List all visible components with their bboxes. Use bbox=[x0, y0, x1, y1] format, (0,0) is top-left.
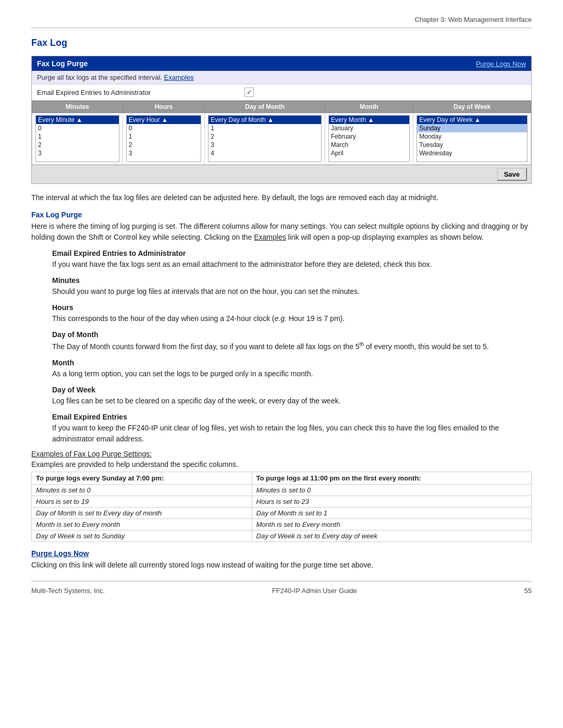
email-expired-entries2-subtitle: Email Expired Entries bbox=[52, 413, 532, 421]
purge-logs-now-link[interactable]: Purge Logs Now bbox=[476, 60, 526, 68]
email-expired-row: Email Expired Entries to Administrator ✓ bbox=[32, 84, 531, 101]
day-of-month-listbox[interactable]: Every Day of Month ▲ 1 2 3 4 bbox=[208, 115, 321, 162]
list-item[interactable]: Every Month ▲ bbox=[329, 116, 409, 124]
table-row: Hours is set to 19 bbox=[32, 496, 252, 507]
save-button[interactable]: Save bbox=[497, 168, 527, 181]
examples-link-panel[interactable]: Examples bbox=[164, 73, 194, 81]
listbox-table: Minutes Hours Day of Month Month Day of … bbox=[32, 101, 531, 165]
month-subtitle: Month bbox=[52, 359, 532, 367]
list-item[interactable]: 1 bbox=[36, 132, 119, 141]
day-of-week-subtitle: Day of Week bbox=[52, 386, 532, 394]
list-item[interactable]: April bbox=[329, 149, 409, 157]
hours-listbox[interactable]: Every Hour ▲ 0 1 2 3 bbox=[126, 115, 202, 162]
list-item[interactable]: 3 bbox=[127, 149, 201, 157]
examples-col2-header: To purge logs at 11:00 pm on the first e… bbox=[252, 472, 531, 484]
list-item[interactable]: Every Day of Week ▲ bbox=[417, 116, 527, 124]
minutes-subtitle: Minutes bbox=[52, 276, 532, 285]
day-of-month-body: The Day of Month counts forward from the… bbox=[52, 340, 532, 352]
day-of-week-listbox[interactable]: Every Day of Week ▲ Sunday Monday Tuesda… bbox=[417, 115, 528, 162]
list-item[interactable]: January bbox=[329, 124, 409, 132]
list-item[interactable]: Sunday bbox=[417, 124, 527, 132]
list-item[interactable]: February bbox=[329, 132, 409, 141]
month-listbox[interactable]: Every Month ▲ January February March Apr… bbox=[328, 115, 410, 162]
hours-eg: e.g. bbox=[274, 314, 286, 323]
table-row: Day of Month is set to Every day of mont… bbox=[32, 507, 252, 519]
purge-panel-header: Fax Log Purge Purge Logs Now bbox=[32, 56, 531, 71]
list-item[interactable]: 2 bbox=[127, 141, 201, 149]
purge-subheader: Purge all fax logs at the specified inte… bbox=[32, 71, 531, 84]
list-item[interactable]: 4 bbox=[209, 149, 321, 157]
list-item[interactable]: 0 bbox=[36, 124, 119, 132]
chapter-title: Chapter 3: Web Management Interface bbox=[415, 16, 532, 23]
col-minutes: Minutes bbox=[32, 101, 123, 113]
examples-title: Examples of Fax Log Purge Settings: bbox=[31, 450, 532, 458]
list-item[interactable]: Tuesday bbox=[417, 141, 527, 149]
minutes-body: Should you want to purge log files at in… bbox=[52, 286, 532, 297]
examples-section: Examples of Fax Log Purge Settings: Exam… bbox=[31, 450, 532, 542]
table-row: Minutes is set to 0 bbox=[32, 484, 252, 496]
col-day-of-week: Day of Week bbox=[413, 101, 531, 113]
fax-log-purge-panel: Fax Log Purge Purge Logs Now Purge all f… bbox=[31, 56, 532, 184]
table-row: Month is set to Every month bbox=[252, 519, 531, 530]
examples-table: To purge logs every Sunday at 7:00 pm: T… bbox=[31, 472, 532, 542]
email-expired-checkbox[interactable]: ✓ bbox=[244, 88, 254, 97]
footer: Multi-Tech Systems, Inc. FF240-IP Admin … bbox=[31, 581, 532, 595]
month-body: As a long term option, you can set the l… bbox=[52, 368, 532, 379]
email-expired-entries-body: If you want have the fax logs sent as an… bbox=[52, 259, 532, 270]
list-item[interactable]: 2 bbox=[209, 132, 321, 141]
hours-cell: Every Hour ▲ 0 1 2 3 bbox=[123, 113, 205, 165]
intro-text: The interval at which the fax log files … bbox=[31, 192, 532, 203]
table-row: Day of Week is set to Sunday bbox=[32, 530, 252, 541]
list-item[interactable]: Wednesday bbox=[417, 149, 527, 157]
table-row: Day of Month is set to 1 bbox=[252, 507, 531, 519]
email-expired-label: Email Expired Entries to Administrator bbox=[37, 89, 151, 96]
list-item[interactable]: Every Day of Month ▲ bbox=[209, 116, 321, 124]
table-row: Minutes is set to 0 bbox=[252, 484, 531, 496]
col-hours: Hours bbox=[123, 101, 205, 113]
purge-logs-now-title: Purge Logs Now bbox=[31, 549, 532, 558]
hours-subtitle: Hours bbox=[52, 303, 532, 312]
examples-col1-header: To purge logs every Sunday at 7:00 pm: bbox=[32, 472, 252, 484]
email-expired-entries-subtitle: Email Expired Entries to Administrator bbox=[52, 249, 532, 257]
list-item[interactable]: 1 bbox=[209, 124, 321, 132]
list-item[interactable]: 2 bbox=[36, 141, 119, 149]
footer-right: 55 bbox=[524, 587, 532, 595]
page-title: Fax Log bbox=[31, 38, 532, 48]
list-item[interactable]: Monday bbox=[417, 132, 527, 141]
fax-log-purge-body: Here is where the timing of log purging … bbox=[31, 221, 532, 243]
purge-panel-title: Fax Log Purge bbox=[37, 59, 88, 68]
list-item[interactable]: March bbox=[329, 141, 409, 149]
hours-body: This corresponds to the hour of the day … bbox=[52, 313, 532, 324]
purge-logs-now-body: Clicking on this link will delete all cu… bbox=[31, 560, 532, 571]
minutes-cell: Every Minute ▲ 0 1 2 3 bbox=[32, 113, 123, 165]
table-row: Day of Week is set to Every day of week bbox=[252, 530, 531, 541]
fax-log-purge-subtitle: Fax Log Purge bbox=[31, 211, 532, 219]
month-cell: Every Month ▲ January February March Apr… bbox=[325, 113, 413, 165]
col-month: Month bbox=[325, 101, 413, 113]
list-item[interactable]: 3 bbox=[209, 141, 321, 149]
list-item[interactable]: 0 bbox=[127, 124, 201, 132]
table-row: Month is set to Every month bbox=[32, 519, 252, 530]
footer-left: Multi-Tech Systems, Inc. bbox=[31, 587, 105, 595]
list-item[interactable]: Every Hour ▲ bbox=[127, 116, 201, 124]
day-of-month-cell: Every Day of Month ▲ 1 2 3 4 bbox=[205, 113, 325, 165]
footer-center: FF240-IP Admin User Guide bbox=[272, 587, 357, 595]
table-row: Hours is set to 23 bbox=[252, 496, 531, 507]
examples-inline-link[interactable]: Examples bbox=[254, 233, 286, 241]
email-expired-entries2-body: If you want to keep the FF240-IP unit cl… bbox=[52, 423, 532, 445]
day-of-week-cell: Every Day of Week ▲ Sunday Monday Tuesda… bbox=[413, 113, 531, 165]
list-item[interactable]: 3 bbox=[36, 149, 119, 157]
col-day-of-month: Day of Month bbox=[205, 101, 325, 113]
day-of-month-subtitle: Day of Month bbox=[52, 330, 532, 339]
examples-desc: Examples are provided to help understand… bbox=[31, 460, 532, 468]
list-item[interactable]: 1 bbox=[127, 132, 201, 141]
day-of-week-body: Log files can be set to be cleared on a … bbox=[52, 396, 532, 406]
save-row: Save bbox=[32, 165, 531, 183]
minutes-listbox[interactable]: Every Minute ▲ 0 1 2 3 bbox=[35, 115, 119, 162]
chapter-header: Chapter 3: Web Management Interface bbox=[31, 16, 532, 28]
list-item[interactable]: Every Minute ▲ bbox=[36, 116, 119, 124]
